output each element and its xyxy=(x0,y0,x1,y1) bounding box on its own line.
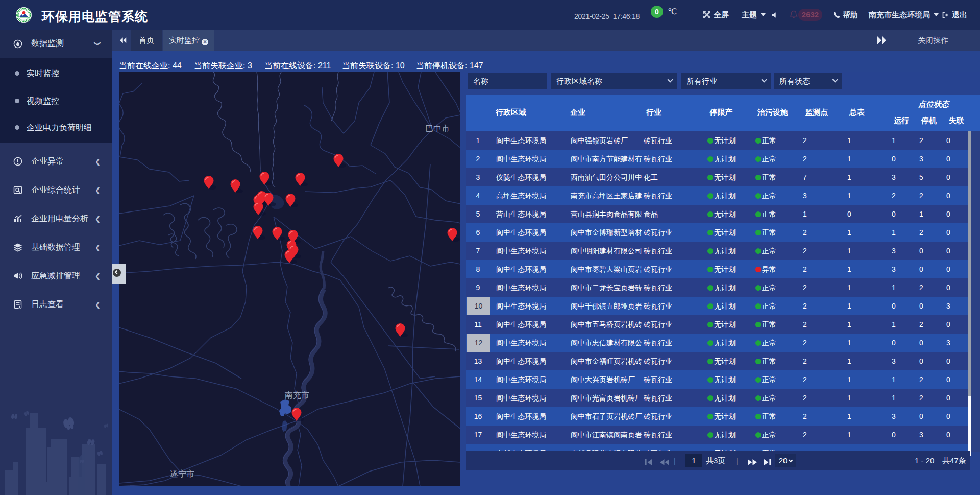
svg-text:巴中市: 巴中市 xyxy=(425,124,450,133)
svg-text:遂宁市: 遂宁市 xyxy=(170,469,194,478)
svg-text:南充市: 南充市 xyxy=(285,391,309,399)
